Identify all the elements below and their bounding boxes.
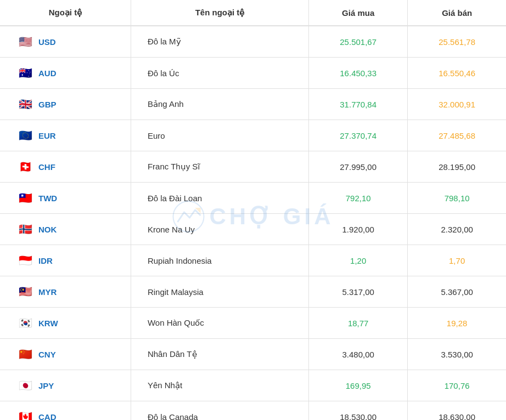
flag-JPY: 🇯🇵 <box>16 377 34 394</box>
currency-cell-CNY[interactable]: 🇨🇳 CNY <box>0 339 131 370</box>
currency-code-GBP[interactable]: GBP <box>38 100 57 109</box>
currency-code-AUD[interactable]: AUD <box>38 69 57 78</box>
gia-ban-KRW: 19,28 <box>408 308 506 339</box>
gia-ban-GBP: 32.000,91 <box>408 89 506 120</box>
currency-code-CNY[interactable]: CNY <box>38 350 56 359</box>
table-row: 🇬🇧 GBP Bảng Anh 31.770,84 32.000,91 <box>0 89 506 120</box>
currency-name-EUR: Euro <box>131 120 308 151</box>
currency-cell-AUD[interactable]: 🇦🇺 AUD <box>0 58 131 89</box>
gia-ban-NOK: 2.320,00 <box>408 214 506 245</box>
gia-ban-IDR: 1,70 <box>408 245 506 276</box>
header-gia-mua: Giá mua <box>309 0 408 26</box>
gia-mua-TWD: 792,10 <box>309 183 408 214</box>
currency-cell-GBP[interactable]: 🇬🇧 GBP <box>0 89 131 120</box>
flag-IDR: 🇮🇩 <box>16 252 34 269</box>
currency-table: Ngoại tệ Tên ngoại tệ Giá mua Giá bán 🇺🇸… <box>0 0 506 420</box>
flag-TWD: 🇹🇼 <box>16 189 34 207</box>
gia-ban-USD: 25.561,78 <box>408 26 506 58</box>
currency-code-TWD[interactable]: TWD <box>38 194 57 203</box>
currency-cell-CAD[interactable]: 🇨🇦 CAD <box>0 401 131 421</box>
flag-USD: 🇺🇸 <box>16 33 34 50</box>
currency-name-CAD: Đô la Canada <box>131 401 308 421</box>
currency-name-MYR: Ringit Malaysia <box>131 276 308 308</box>
table-row: 🇺🇸 USD Đô la Mỹ 25.501,67 25.561,78 <box>0 26 506 58</box>
currency-cell-MYR[interactable]: 🇲🇾 MYR <box>0 276 131 308</box>
table-row: 🇯🇵 JPY Yên Nhật 169,95 170,76 <box>0 370 506 401</box>
gia-mua-MYR: 5.317,00 <box>309 276 408 308</box>
currency-table-container: CHỢ GIÁ Ngoại tệ Tên ngoại tệ Giá mua Gi… <box>0 0 506 420</box>
currency-name-KRW: Won Hàn Quốc <box>131 308 308 339</box>
flag-MYR: 🇲🇾 <box>16 283 34 300</box>
currency-cell-KRW[interactable]: 🇰🇷 KRW <box>0 308 131 339</box>
gia-mua-USD: 25.501,67 <box>309 26 408 58</box>
currency-name-GBP: Bảng Anh <box>131 89 308 120</box>
gia-ban-TWD: 798,10 <box>408 183 506 214</box>
currency-name-NOK: Krone Na Uy <box>131 214 308 245</box>
header-row: Ngoại tệ Tên ngoại tệ Giá mua Giá bán <box>0 0 506 26</box>
gia-mua-EUR: 27.370,74 <box>309 120 408 151</box>
currency-code-IDR[interactable]: IDR <box>38 256 53 265</box>
currency-name-AUD: Đô la Úc <box>131 58 308 89</box>
gia-mua-CAD: 18.530,00 <box>309 401 408 421</box>
table-row: 🇹🇼 TWD Đô la Đài Loan 792,10 798,10 <box>0 183 506 214</box>
flag-EUR: 🇪🇺 <box>16 127 34 144</box>
flag-GBP: 🇬🇧 <box>16 95 34 113</box>
currency-cell-CHF[interactable]: 🇨🇭 CHF <box>0 151 131 183</box>
gia-ban-AUD: 16.550,46 <box>408 58 506 89</box>
currency-code-KRW[interactable]: KRW <box>38 319 58 328</box>
flag-NOK: 🇳🇴 <box>16 220 34 238</box>
currency-code-USD[interactable]: USD <box>38 37 56 47</box>
gia-mua-AUD: 16.450,33 <box>309 58 408 89</box>
currency-code-CAD[interactable]: CAD <box>38 412 57 421</box>
currency-cell-NOK[interactable]: 🇳🇴 NOK <box>0 214 131 245</box>
gia-mua-CNY: 3.480,00 <box>309 339 408 370</box>
table-row: 🇰🇷 KRW Won Hàn Quốc 18,77 19,28 <box>0 308 506 339</box>
table-body: 🇺🇸 USD Đô la Mỹ 25.501,67 25.561,78 🇦🇺 A… <box>0 26 506 420</box>
table-row: 🇳🇴 NOK Krone Na Uy 1.920,00 2.320,00 <box>0 214 506 245</box>
gia-mua-GBP: 31.770,84 <box>309 89 408 120</box>
gia-ban-EUR: 27.485,68 <box>408 120 506 151</box>
currency-code-JPY[interactable]: JPY <box>38 381 54 390</box>
currency-name-USD: Đô la Mỹ <box>131 26 308 58</box>
currency-code-EUR[interactable]: EUR <box>38 131 56 140</box>
header-ngoai-te: Ngoại tệ <box>0 0 131 26</box>
currency-code-CHF[interactable]: CHF <box>38 162 55 172</box>
currency-name-CNY: Nhân Dân Tệ <box>131 339 308 370</box>
gia-mua-KRW: 18,77 <box>309 308 408 339</box>
gia-ban-JPY: 170,76 <box>408 370 506 401</box>
currency-cell-TWD[interactable]: 🇹🇼 TWD <box>0 183 131 214</box>
table-row: 🇮🇩 IDR Rupiah Indonesia 1,20 1,70 <box>0 245 506 276</box>
currency-code-MYR[interactable]: MYR <box>38 287 57 297</box>
flag-KRW: 🇰🇷 <box>16 314 34 332</box>
header-ten-ngoai-te: Tên ngoại tệ <box>131 0 308 26</box>
gia-mua-IDR: 1,20 <box>309 245 408 276</box>
flag-AUD: 🇦🇺 <box>16 64 34 82</box>
currency-cell-USD[interactable]: 🇺🇸 USD <box>0 26 131 58</box>
table-row: 🇨🇦 CAD Đô la Canada 18.530,00 18.630,00 <box>0 401 506 421</box>
flag-CAD: 🇨🇦 <box>16 408 34 420</box>
gia-mua-CHF: 27.995,00 <box>309 151 408 183</box>
currency-code-NOK[interactable]: NOK <box>38 225 57 234</box>
table-header: Ngoại tệ Tên ngoại tệ Giá mua Giá bán <box>0 0 506 26</box>
gia-ban-CAD: 18.630,00 <box>408 401 506 421</box>
flag-CHF: 🇨🇭 <box>16 158 34 175</box>
currency-name-CHF: Franc Thụy Sĩ <box>131 151 308 183</box>
gia-ban-CHF: 28.195,00 <box>408 151 506 183</box>
currency-name-IDR: Rupiah Indonesia <box>131 245 308 276</box>
currency-cell-EUR[interactable]: 🇪🇺 EUR <box>0 120 131 151</box>
table-row: 🇨🇳 CNY Nhân Dân Tệ 3.480,00 3.530,00 <box>0 339 506 370</box>
table-row: 🇪🇺 EUR Euro 27.370,74 27.485,68 <box>0 120 506 151</box>
gia-mua-NOK: 1.920,00 <box>309 214 408 245</box>
gia-ban-MYR: 5.367,00 <box>408 276 506 308</box>
table-row: 🇦🇺 AUD Đô la Úc 16.450,33 16.550,46 <box>0 58 506 89</box>
flag-CNY: 🇨🇳 <box>16 345 34 363</box>
header-gia-ban: Giá bán <box>408 0 506 26</box>
currency-name-JPY: Yên Nhật <box>131 370 308 401</box>
table-row: 🇲🇾 MYR Ringit Malaysia 5.317,00 5.367,00 <box>0 276 506 308</box>
gia-ban-CNY: 3.530,00 <box>408 339 506 370</box>
currency-name-TWD: Đô la Đài Loan <box>131 183 308 214</box>
currency-cell-IDR[interactable]: 🇮🇩 IDR <box>0 245 131 276</box>
currency-cell-JPY[interactable]: 🇯🇵 JPY <box>0 370 131 401</box>
table-row: 🇨🇭 CHF Franc Thụy Sĩ 27.995,00 28.195,00 <box>0 151 506 183</box>
gia-mua-JPY: 169,95 <box>309 370 408 401</box>
